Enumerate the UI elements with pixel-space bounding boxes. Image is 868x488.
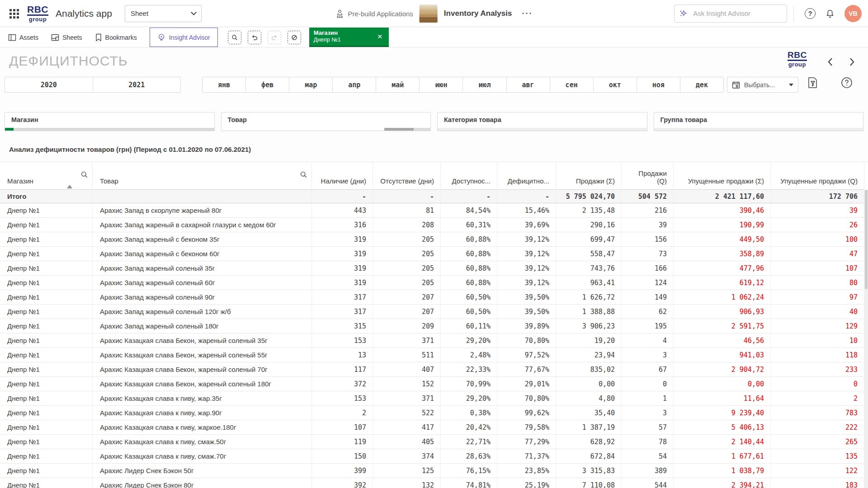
selections-tool-button[interactable] [806, 76, 819, 89]
insight-advisor-search[interactable] [674, 5, 787, 23]
cell-product[interactable]: Арахис Запад жареный с беконом 35г [93, 232, 312, 246]
cell-store[interactable]: Днепр №1 [0, 290, 93, 304]
column-header-5[interactable]: Дефицитно... [497, 162, 556, 190]
cell-product[interactable]: Арахис Казацкая слава к пиву, жаркое.180… [93, 420, 312, 434]
cell-value: 449,50 [674, 232, 771, 246]
column-header-1[interactable]: Товар [93, 162, 312, 190]
previous-sheet-button[interactable] [825, 57, 835, 67]
cell-store[interactable]: Днепр №1 [0, 464, 93, 478]
sheet-selector-dropdown[interactable]: Sheet [125, 5, 202, 22]
cell-store[interactable]: Днепр №1 [0, 478, 93, 488]
app-launcher-icon[interactable] [8, 8, 20, 19]
insight-advisor-button[interactable]: Insight Advisor [150, 28, 218, 47]
cell-product[interactable]: Арахис Казацкая слава к пиву, жар.90г [93, 406, 312, 420]
cell-product[interactable]: Арахис Запад жареный соленый 180г [93, 319, 312, 333]
filter-listbox-product[interactable]: Товар [221, 112, 431, 131]
prebuild-applications-link[interactable]: Pre-build Applications [335, 9, 413, 18]
column-search-icon[interactable] [300, 171, 307, 178]
cell-product[interactable]: Арахис Казацкая слава к пиву, жар.35г [93, 391, 312, 405]
filter-listbox-store[interactable]: Магазин [5, 112, 215, 131]
cell-product[interactable]: Арахис Казацкая слава Бекон, жареный сол… [93, 377, 312, 391]
current-app-name[interactable]: Inventory Analysis [444, 9, 512, 18]
cell-store[interactable]: Днепр №1 [0, 435, 93, 449]
cell-product[interactable]: Арахис Запад жареный соленый 120г ж/б [93, 305, 312, 319]
selection-chip-store[interactable]: Магазин Днепр №1 × [309, 28, 389, 47]
filter-listbox-category[interactable]: Категория товара [437, 112, 647, 131]
cell-store[interactable]: Днепр №1 [0, 218, 93, 232]
sheet-help-button[interactable] [840, 76, 854, 89]
column-header-3[interactable]: Отсутствие (дни) [373, 162, 441, 190]
cell-store[interactable]: Днепр №1 [0, 247, 93, 261]
cell-product[interactable]: Арахис Казацкая слава Бекон, жареный сол… [93, 362, 312, 376]
column-header-7[interactable]: Продажи (Q) [622, 162, 674, 190]
month-button-дек[interactable]: дек [680, 77, 723, 92]
tab-assets[interactable]: Assets [2, 28, 45, 47]
search-input[interactable] [692, 9, 782, 18]
redo-selection-button[interactable] [268, 31, 281, 44]
cell-store[interactable]: Днепр №1 [0, 406, 93, 420]
selection-chip-field: Магазин [314, 29, 376, 37]
month-button-апр[interactable]: апр [332, 77, 376, 92]
month-button-фев[interactable]: фев [245, 77, 289, 92]
clear-selections-button[interactable] [288, 31, 301, 44]
cell-store[interactable]: Днепр №1 [0, 348, 93, 362]
month-button-ноя[interactable]: ноя [637, 77, 680, 92]
cell-store[interactable]: Днепр №1 [0, 232, 93, 246]
cell-product[interactable]: Арахис Запад жареный соленый 90г [93, 290, 312, 304]
cell-product[interactable]: Арахис Лидер Снек Бэкон 80г [93, 478, 312, 488]
more-menu-button[interactable]: ··· [522, 9, 533, 19]
month-button-май[interactable]: май [376, 77, 419, 92]
cell-store[interactable]: Днепр №1 [0, 261, 93, 275]
cell-store[interactable]: Днепр №1 [0, 391, 93, 405]
month-button-янв[interactable]: янв [203, 77, 245, 92]
month-button-авг[interactable]: авг [506, 77, 550, 92]
user-avatar[interactable]: VB [844, 5, 862, 22]
cell-store[interactable]: Днепр №1 [0, 203, 93, 217]
cell-store[interactable]: Днепр №1 [0, 377, 93, 391]
column-header-4[interactable]: Доступнос... [441, 162, 497, 190]
next-sheet-button[interactable] [847, 57, 857, 67]
column-header-9[interactable]: Упущенные продажи (Q) [771, 162, 864, 190]
undo-selection-button[interactable] [248, 31, 261, 44]
cell-product[interactable]: Арахис Казацкая слава Бекон, жареный сол… [93, 333, 312, 347]
month-button-июл[interactable]: июл [462, 77, 506, 92]
scrollbar-thumb[interactable] [865, 190, 868, 289]
column-search-icon[interactable] [81, 171, 88, 178]
cell-store[interactable]: Днепр №1 [0, 420, 93, 434]
cell-value: 390,46 [674, 203, 771, 217]
cell-store[interactable]: Днепр №1 [0, 305, 93, 319]
column-header-0[interactable]: Магазин [0, 162, 93, 190]
cell-product[interactable]: Арахис Запад жареный соленый 35г [93, 261, 312, 275]
cell-product[interactable]: Арахис Казацкая слава к пиву, смаж.50г [93, 435, 312, 449]
year-button-2021[interactable]: 2021 [93, 77, 181, 92]
cell-product[interactable]: Арахис Запад жареный соленый 60г [93, 276, 312, 290]
date-picker-dropdown[interactable]: Выбрать... [727, 77, 798, 93]
month-button-окт[interactable]: окт [593, 77, 637, 92]
cell-store[interactable]: Днепр №1 [0, 333, 93, 347]
notifications-bell-icon[interactable] [824, 7, 836, 20]
column-header-2[interactable]: Наличие (дни) [312, 162, 373, 190]
tab-bookmarks[interactable]: Bookmarks [89, 28, 143, 47]
year-button-2020[interactable]: 2020 [5, 77, 93, 92]
filter-listbox-group[interactable]: Группа товара [654, 112, 864, 131]
column-header-6[interactable]: Продажи (Σ) [556, 162, 622, 190]
cell-product[interactable]: Арахис Запад в скорлупе жареный 80г [93, 203, 312, 217]
cell-product[interactable]: Арахис Запад жареный в сахарной глазури … [93, 218, 312, 232]
cell-value: 265 [771, 435, 864, 449]
help-button[interactable]: ? [804, 7, 816, 20]
cell-product[interactable]: Арахис Запад жареный с беконом 60г [93, 247, 312, 261]
cell-store[interactable]: Днепр №1 [0, 276, 93, 290]
month-button-мар[interactable]: мар [289, 77, 332, 92]
cell-product[interactable]: Арахис Казацкая слава к пиву, смаж.70г [93, 449, 312, 463]
column-header-8[interactable]: Упущенные продажи (Σ) [674, 162, 771, 190]
cell-product[interactable]: Арахис Лидер Снек Бэкон 50г [93, 464, 312, 478]
cell-store[interactable]: Днепр №1 [0, 319, 93, 333]
cell-store[interactable]: Днепр №1 [0, 449, 93, 463]
tab-sheets[interactable]: Sheets [45, 28, 89, 47]
month-button-июн[interactable]: июн [419, 77, 462, 92]
month-button-сен[interactable]: сен [550, 77, 593, 92]
cell-store[interactable]: Днепр №1 [0, 362, 93, 376]
cell-product[interactable]: Арахис Казацкая слава Бекон, жареный сол… [93, 348, 312, 362]
smart-search-button[interactable] [228, 31, 241, 44]
close-icon[interactable]: × [376, 32, 384, 42]
